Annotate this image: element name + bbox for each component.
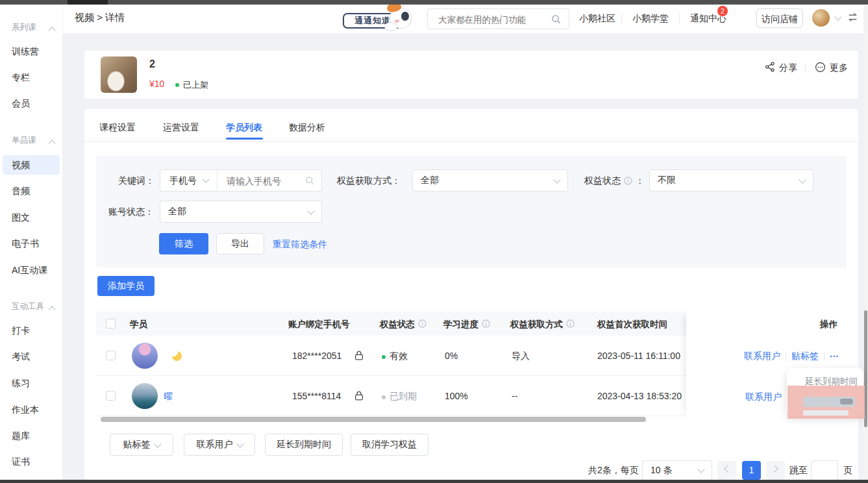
row-rights-status: 有效 xyxy=(390,351,408,362)
row-progress: 100% xyxy=(445,391,468,401)
contact-user-link[interactable]: 联系用户 xyxy=(745,391,782,402)
course-thumbnail[interactable] xyxy=(101,56,137,93)
user-avatar[interactable] xyxy=(812,9,830,27)
tab-operation-settings[interactable]: 运营设置 xyxy=(163,122,199,134)
share-icon[interactable] xyxy=(765,62,775,75)
redacted-menu-item xyxy=(803,410,849,415)
export-button[interactable]: 导出 xyxy=(216,233,264,254)
batch-contact-button[interactable]: 联系用户 xyxy=(184,434,255,456)
avatar[interactable] xyxy=(132,383,158,409)
window-top-strip-fragment xyxy=(68,0,108,5)
sidebar-item-question-bank[interactable]: 题库 xyxy=(12,430,30,442)
rights-status-value: 不限 xyxy=(658,175,676,186)
sidebar-item-exam[interactable]: 考试 xyxy=(12,351,30,363)
page-size-select[interactable]: 10 条 xyxy=(642,460,712,480)
row-phone: 182****2051 xyxy=(292,351,341,361)
global-search-input[interactable] xyxy=(437,12,543,27)
visit-store-button[interactable]: 访问店铺 xyxy=(756,8,803,28)
col-acquire-mode: 权益获取方式 xyxy=(510,319,575,330)
col-student: 学员 xyxy=(130,319,147,330)
nav-academy[interactable]: 小鹅学堂 xyxy=(632,13,669,25)
sidebar-item-audio[interactable]: 音频 xyxy=(12,186,30,197)
moon-nickname-icon[interactable] xyxy=(172,351,182,361)
tag-link[interactable]: 贴标签 xyxy=(791,351,819,362)
global-search[interactable] xyxy=(427,8,569,29)
search-icon xyxy=(305,176,314,188)
sidebar-item-ebook[interactable]: 电子书 xyxy=(12,238,39,250)
rights-status-colon: ： xyxy=(636,175,645,186)
row-checkbox[interactable] xyxy=(106,351,116,360)
keyword-type-select[interactable]: 手机号 xyxy=(169,175,197,187)
more-actions-link[interactable]: ··· xyxy=(830,351,839,362)
sidebar-group-single-course[interactable]: 单品课 xyxy=(12,135,36,146)
sidebar-group-interactive-tools[interactable]: 互动工具 xyxy=(12,301,44,312)
info-icon[interactable] xyxy=(566,319,575,330)
sidebar-item-video[interactable]: 视频 xyxy=(12,160,30,171)
share-button[interactable]: 分享 xyxy=(779,62,797,74)
chevron-down-icon xyxy=(202,175,209,182)
page-unit-label: 页 xyxy=(843,465,852,477)
account-status-select[interactable]: 全部 xyxy=(160,201,322,223)
rights-status-label: 权益状态 ： xyxy=(584,175,645,187)
divider xyxy=(805,64,806,72)
sidebar-group-series-course[interactable]: 系列课 xyxy=(12,22,36,33)
sidebar-item-certificate[interactable]: 证书 xyxy=(12,456,30,468)
more-circle-icon[interactable] xyxy=(815,62,826,75)
keyword-input[interactable] xyxy=(225,173,299,189)
window-top-strip xyxy=(0,0,868,5)
col-progress: 学习进度 xyxy=(443,319,490,330)
horizontal-scrollbar-thumb[interactable] xyxy=(101,417,646,422)
info-icon[interactable] xyxy=(418,319,427,330)
student-nickname-link[interactable]: 曜 xyxy=(164,391,173,402)
search-icon[interactable] xyxy=(551,14,561,27)
switch-account-icon[interactable] xyxy=(847,12,858,25)
batch-cancel-rights-button[interactable]: 取消学习权益 xyxy=(351,434,428,456)
row-acquire-mode: -- xyxy=(512,391,517,401)
sidebar-item-training-camp[interactable]: 训练营 xyxy=(12,46,39,58)
course-card-bg xyxy=(84,51,858,99)
row-checkbox[interactable] xyxy=(106,391,116,401)
row-progress: 0% xyxy=(445,351,458,361)
status-dot xyxy=(382,395,386,399)
row-first-time: 2023-04-13 18:53:20 xyxy=(597,391,682,401)
breadcrumb[interactable]: 视频 > 详情 xyxy=(75,12,125,24)
rights-status-select[interactable]: 不限 xyxy=(649,169,813,192)
batch-extend-expiry-button[interactable]: 延长到期时间 xyxy=(265,434,343,456)
sidebar-item-check-in[interactable]: 打卡 xyxy=(12,325,30,337)
course-price: ¥10 xyxy=(149,79,164,89)
acquire-mode-select[interactable]: 全部 xyxy=(412,169,568,192)
status-dot xyxy=(175,83,179,87)
select-all-checkbox[interactable] xyxy=(106,319,116,328)
nav-community[interactable]: 小鹅社区 xyxy=(579,13,615,25)
chevron-down-icon xyxy=(307,207,314,214)
jump-to-label: 跳至 xyxy=(789,465,808,477)
next-page-button[interactable] xyxy=(766,461,785,480)
info-icon[interactable] xyxy=(624,177,632,187)
tab-course-settings[interactable]: 课程设置 xyxy=(99,122,136,134)
contact-user-link[interactable]: 联系用户 xyxy=(744,351,780,362)
info-icon[interactable] xyxy=(482,319,490,330)
window-bottom-strip xyxy=(0,480,868,483)
avatar[interactable] xyxy=(132,343,158,369)
sidebar-item-ai-course[interactable]: AI互动课 xyxy=(12,265,47,277)
lock-icon[interactable] xyxy=(354,391,364,403)
jump-to-input[interactable] xyxy=(811,460,838,480)
sidebar-item-homework[interactable]: 作业本 xyxy=(12,404,39,416)
sidebar-item-practice[interactable]: 练习 xyxy=(12,378,30,390)
lock-icon[interactable] xyxy=(354,351,364,363)
add-student-button[interactable]: 添加学员 xyxy=(97,276,155,296)
tab-data-analysis[interactable]: 数据分析 xyxy=(289,122,325,134)
filter-button[interactable]: 筛选 xyxy=(159,233,208,254)
sidebar-item-membership[interactable]: 会员 xyxy=(12,98,30,110)
sidebar-item-image-text[interactable]: 图文 xyxy=(12,212,30,224)
more-button[interactable]: 更多 xyxy=(830,62,848,74)
col-rights-status: 权益状态 xyxy=(380,319,427,330)
status-dot xyxy=(382,355,386,359)
keyword-compound: 手机号 xyxy=(160,169,322,192)
reset-filters-link[interactable]: 重置筛选条件 xyxy=(273,239,327,251)
current-page-button[interactable]: 1 xyxy=(742,461,761,480)
sidebar-item-column[interactable]: 专栏 xyxy=(12,72,30,84)
prev-page-button[interactable] xyxy=(717,461,736,480)
batch-tag-button[interactable]: 贴标签 xyxy=(110,434,173,456)
tab-student-list[interactable]: 学员列表 xyxy=(226,122,262,134)
